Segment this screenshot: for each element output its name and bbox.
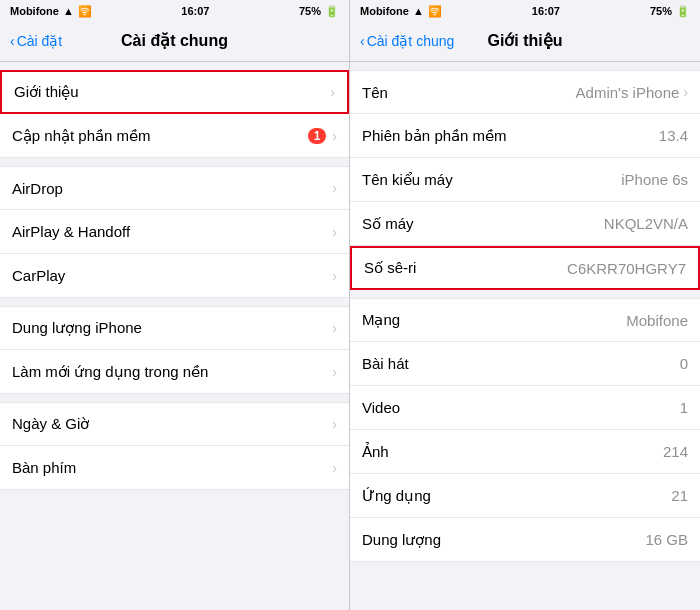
about-label-soseri: Số sê-ri: [364, 259, 416, 277]
about-row-soseri: Số sê-ri C6KRR70HGRY7: [350, 246, 700, 290]
about-label-ungdung: Ứng dụng: [362, 487, 431, 505]
row-label-ngay-gio: Ngày & Giờ: [12, 415, 332, 433]
row-airplay[interactable]: AirPlay & Handoff ›: [0, 210, 349, 254]
chevron-icon-lam-moi: ›: [332, 364, 337, 380]
about-value-tenkieu: iPhone 6s: [621, 171, 688, 188]
carrier-right: Mobifone: [360, 5, 409, 17]
nav-title-right: Giới thiệu: [487, 31, 562, 50]
row-label-airplay: AirPlay & Handoff: [12, 223, 332, 240]
about-value-baihat: 0: [680, 355, 688, 372]
signal-icon-right: ▲: [413, 5, 424, 17]
about-value-anh: 214: [663, 443, 688, 460]
about-label-video: Video: [362, 399, 400, 416]
about-list: Tên Admin's iPhone › Phiên bản phần mềm …: [350, 62, 700, 610]
row-label-airdrop: AirDrop: [12, 180, 332, 197]
chevron-icon-ban-phim: ›: [332, 460, 337, 476]
row-gioi-thieu[interactable]: Giới thiệu ›: [0, 70, 349, 114]
about-row-mang: Mạng Mobifone: [350, 298, 700, 342]
back-button-right[interactable]: ‹ Cài đặt chung: [360, 33, 454, 49]
about-value-video: 1: [680, 399, 688, 416]
about-value-phienban: 13.4: [659, 127, 688, 144]
row-label-cap-nhat: Cập nhật phần mềm: [12, 127, 308, 145]
about-label-somay: Số máy: [362, 215, 414, 233]
about-value-ten: Admin's iPhone: [576, 84, 680, 101]
row-label-lam-moi: Làm mới ứng dụng trong nền: [12, 363, 332, 381]
back-label-left: Cài đặt: [17, 33, 63, 49]
chevron-ten: ›: [683, 84, 688, 100]
about-label-tenkieu: Tên kiểu máy: [362, 171, 453, 189]
about-row-tenkieu: Tên kiểu máy iPhone 6s: [350, 158, 700, 202]
about-row-dungluong: Dung lượng 16 GB: [350, 518, 700, 562]
row-dung-luong[interactable]: Dung lượng iPhone ›: [0, 306, 349, 350]
row-label-gioi-thieu: Giới thiệu: [14, 83, 330, 101]
battery-right: 75%: [650, 5, 672, 17]
row-lam-moi[interactable]: Làm mới ứng dụng trong nền ›: [0, 350, 349, 394]
nav-bar-left: ‹ Cài đặt Cài đặt chung: [0, 22, 349, 62]
battery-left: 75%: [299, 5, 321, 17]
about-value-ungdung: 21: [671, 487, 688, 504]
chevron-icon-cap-nhat: ›: [332, 128, 337, 144]
nav-bar-right: ‹ Cài đặt chung Giới thiệu: [350, 22, 700, 62]
row-ngay-gio[interactable]: Ngày & Giờ ›: [0, 402, 349, 446]
about-value-dungluong: 16 GB: [645, 531, 688, 548]
chevron-icon-gioi-thieu: ›: [330, 84, 335, 100]
time-left: 16:07: [181, 5, 209, 17]
row-carplay[interactable]: CarPlay ›: [0, 254, 349, 298]
settings-list-left: Giới thiệu › Cập nhật phần mềm 1 › AirDr…: [0, 62, 349, 610]
battery-icon-left: 🔋: [325, 5, 339, 18]
battery-icon-right: 🔋: [676, 5, 690, 18]
chevron-back-icon-right: ‹: [360, 33, 365, 49]
settings-group-2: AirDrop › AirPlay & Handoff › CarPlay ›: [0, 166, 349, 298]
about-value-somay: NKQL2VN/A: [604, 215, 688, 232]
about-value-mang: Mobifone: [626, 312, 688, 329]
settings-group-3: Dung lượng iPhone › Làm mới ứng dụng tro…: [0, 306, 349, 394]
status-bar-right: Mobifone ▲ 🛜 16:07 75% 🔋: [350, 0, 700, 22]
about-label-mang: Mạng: [362, 311, 400, 329]
chevron-icon-airdrop: ›: [332, 180, 337, 196]
row-airdrop[interactable]: AirDrop ›: [0, 166, 349, 210]
about-group-2: Mạng Mobifone Bài hát 0 Video 1 Ảnh 214 …: [350, 298, 700, 562]
chevron-back-icon-left: ‹: [10, 33, 15, 49]
time-right: 16:07: [532, 5, 560, 17]
about-row-ten[interactable]: Tên Admin's iPhone ›: [350, 70, 700, 114]
about-row-video: Video 1: [350, 386, 700, 430]
wifi-icon-right: 🛜: [428, 5, 442, 18]
row-label-ban-phim: Bàn phím: [12, 459, 332, 476]
about-row-baihat: Bài hát 0: [350, 342, 700, 386]
chevron-icon-ngay-gio: ›: [332, 416, 337, 432]
wifi-icon: 🛜: [78, 5, 92, 18]
about-label-ten: Tên: [362, 84, 388, 101]
about-group-1: Tên Admin's iPhone › Phiên bản phần mềm …: [350, 70, 700, 290]
status-bar-left: Mobifone ▲ 🛜 16:07 75% 🔋: [0, 0, 349, 22]
left-panel: Mobifone ▲ 🛜 16:07 75% 🔋 ‹ Cài đặt Cài đ…: [0, 0, 350, 610]
row-label-dung-luong: Dung lượng iPhone: [12, 319, 332, 337]
about-row-phienban: Phiên bản phần mềm 13.4: [350, 114, 700, 158]
row-cap-nhat[interactable]: Cập nhật phần mềm 1 ›: [0, 114, 349, 158]
chevron-icon-airplay: ›: [332, 224, 337, 240]
badge-cap-nhat: 1: [308, 128, 327, 144]
chevron-icon-dung-luong: ›: [332, 320, 337, 336]
signal-icon: ▲: [63, 5, 74, 17]
about-label-dungluong: Dung lượng: [362, 531, 441, 549]
about-row-anh: Ảnh 214: [350, 430, 700, 474]
back-button-left[interactable]: ‹ Cài đặt: [10, 33, 62, 49]
nav-title-left: Cài đặt chung: [121, 31, 228, 50]
about-row-ungdung: Ứng dụng 21: [350, 474, 700, 518]
carrier-left: Mobifone: [10, 5, 59, 17]
about-value-soseri: C6KRR70HGRY7: [567, 260, 686, 277]
settings-group-4: Ngày & Giờ › Bàn phím ›: [0, 402, 349, 490]
row-ban-phim[interactable]: Bàn phím ›: [0, 446, 349, 490]
about-row-somay: Số máy NKQL2VN/A: [350, 202, 700, 246]
row-label-carplay: CarPlay: [12, 267, 332, 284]
about-label-baihat: Bài hát: [362, 355, 409, 372]
settings-group-1: Giới thiệu › Cập nhật phần mềm 1 ›: [0, 70, 349, 158]
about-label-anh: Ảnh: [362, 443, 389, 461]
about-label-phienban: Phiên bản phần mềm: [362, 127, 507, 145]
chevron-icon-carplay: ›: [332, 268, 337, 284]
right-panel: Mobifone ▲ 🛜 16:07 75% 🔋 ‹ Cài đặt chung…: [350, 0, 700, 610]
back-label-right: Cài đặt chung: [367, 33, 455, 49]
